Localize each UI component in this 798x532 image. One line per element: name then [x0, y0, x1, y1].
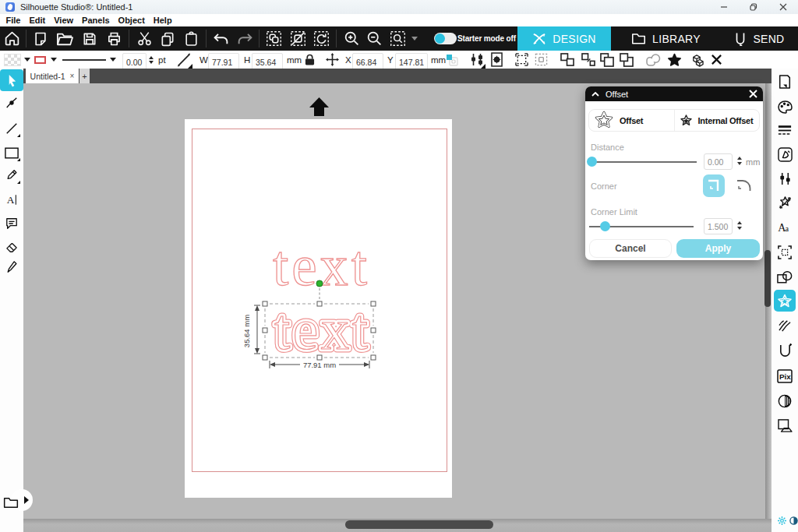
panel-emboss[interactable] [772, 340, 798, 362]
offset-mode-button[interactable]: Offset [589, 110, 674, 131]
original-text-shape[interactable]: text [273, 234, 367, 298]
select-all-button[interactable] [265, 30, 282, 47]
send-to-back-button[interactable] [620, 51, 634, 69]
starter-mode-toggle[interactable] [434, 33, 457, 44]
panel-pixscan[interactable]: Pix [772, 365, 798, 387]
menu-object[interactable]: Object [114, 16, 149, 25]
menu-view[interactable]: View [50, 16, 78, 25]
undo-button[interactable] [212, 30, 229, 47]
corner-limit-stepper[interactable] [737, 221, 742, 230]
close-button[interactable] [768, 0, 798, 14]
delete-button[interactable] [711, 51, 722, 69]
tool-select[interactable] [0, 69, 23, 91]
anchor-point-button[interactable] [446, 51, 458, 69]
theme-contrast-icon[interactable] [789, 516, 798, 525]
ungroup-button[interactable] [581, 51, 595, 69]
tab-library[interactable]: LIBRARY [611, 26, 721, 51]
cancel-button[interactable]: Cancel [589, 239, 672, 258]
corner-sharp-button[interactable] [703, 174, 725, 197]
rotation-handle[interactable] [316, 280, 323, 287]
tool-note[interactable] [0, 213, 23, 234]
tool-freehand[interactable] [0, 165, 23, 185]
distance-slider-knob[interactable] [587, 157, 597, 167]
zoom-selection-button[interactable] [389, 30, 406, 47]
line-color-swatch[interactable] [34, 51, 46, 69]
horizontal-scrollbar-thumb[interactable] [345, 520, 493, 529]
save-button[interactable] [81, 30, 98, 47]
tool-rectangle[interactable] [0, 143, 23, 163]
cut-button[interactable] [136, 30, 153, 47]
menu-help[interactable]: Help [149, 16, 176, 25]
rotate-selection-button[interactable] [312, 30, 330, 47]
line-thickness-stepper[interactable] [149, 51, 154, 69]
open-button[interactable] [56, 30, 73, 47]
panel-text-style[interactable]: Aa [772, 217, 798, 239]
bring-to-front-button[interactable] [600, 51, 614, 69]
paste-button[interactable] [182, 30, 200, 47]
distance-input[interactable] [704, 153, 733, 170]
scale-down-button[interactable] [535, 51, 548, 69]
vertical-scrollbar-thumb[interactable] [764, 250, 771, 307]
lock-button[interactable] [305, 51, 315, 69]
panel-modify[interactable] [772, 266, 798, 288]
apply-button[interactable]: Apply [676, 239, 760, 258]
tool-knife[interactable] [0, 257, 23, 277]
settings-gear-icon[interactable] [778, 516, 786, 525]
fill-color-swatch[interactable] [4, 51, 21, 69]
shadow-3d-button[interactable] [689, 51, 705, 69]
tool-point-edit[interactable] [0, 93, 23, 113]
panel-fill-pattern[interactable] [772, 143, 798, 166]
document-tab-close-icon[interactable]: × [70, 72, 75, 80]
tool-line[interactable] [0, 118, 23, 139]
fill-color-caret[interactable] [24, 51, 30, 69]
stepper-up-icon[interactable] [737, 157, 742, 160]
stepper-down-icon[interactable] [737, 162, 742, 165]
zoom-dropdown-caret[interactable] [411, 37, 418, 41]
home-button[interactable] [3, 30, 20, 47]
offset-text-shape[interactable]: text text text [274, 298, 368, 361]
redo-button[interactable] [236, 30, 253, 47]
panel-trace[interactable] [772, 241, 798, 263]
stepper-up-icon[interactable] [149, 56, 154, 59]
panel-offset[interactable] [774, 290, 796, 312]
distance-slider[interactable] [591, 161, 697, 163]
panel-scale[interactable] [772, 192, 798, 214]
tab-send[interactable]: SEND [721, 26, 798, 51]
corner-limit-slider-knob[interactable] [600, 221, 610, 231]
center-view-button[interactable] [491, 51, 503, 69]
corner-limit-input[interactable] [704, 218, 733, 234]
corner-round-button[interactable] [733, 174, 754, 197]
offset-button[interactable] [667, 51, 682, 69]
new-document-tab-button[interactable]: + [79, 69, 90, 83]
panel-sketch[interactable] [772, 314, 798, 336]
line-style-caret[interactable] [110, 51, 116, 69]
move-button[interactable] [326, 51, 339, 69]
maximize-button[interactable] [739, 0, 768, 14]
document-tab[interactable]: Untitled-1 × [26, 69, 79, 83]
panel-shade[interactable] [772, 389, 798, 412]
panel-replicate[interactable] [772, 414, 798, 437]
panel-page-setup[interactable] [772, 70, 798, 93]
panel-transfer[interactable] [772, 167, 798, 190]
group-button[interactable] [560, 51, 574, 69]
distance-stepper[interactable] [737, 157, 742, 165]
menu-file[interactable]: File [2, 16, 25, 25]
library-drawer-icon[interactable] [3, 496, 19, 513]
line-color-caret[interactable] [51, 51, 57, 69]
stepper-down-icon[interactable] [149, 61, 154, 64]
menu-edit[interactable]: Edit [25, 16, 50, 25]
tab-design[interactable]: DESIGN [517, 26, 611, 51]
internal-offset-mode-button[interactable]: Internal Offset [675, 110, 760, 131]
zoom-in-button[interactable] [343, 30, 360, 47]
menu-panels[interactable]: Panels [78, 16, 114, 25]
panel-fill-color[interactable] [772, 96, 798, 118]
zoom-out-button[interactable] [365, 30, 383, 47]
deselect-button[interactable] [289, 30, 306, 47]
minimize-button[interactable] [709, 0, 739, 14]
new-document-button[interactable] [32, 30, 49, 47]
line-style-sample[interactable] [62, 51, 106, 69]
stepper-down-icon[interactable] [737, 227, 742, 230]
offset-panel-close-icon[interactable] [748, 89, 758, 99]
scale-up-button[interactable] [515, 51, 528, 69]
stepper-up-icon[interactable] [737, 221, 742, 224]
